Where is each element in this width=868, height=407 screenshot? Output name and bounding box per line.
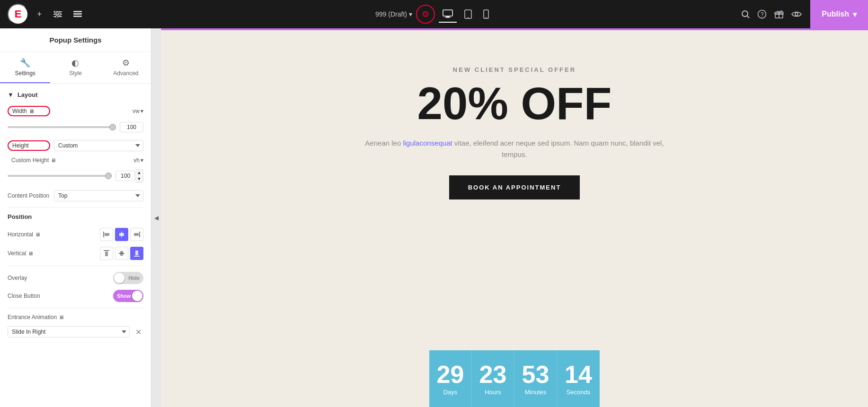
topbar-icons: ? <box>738 7 805 22</box>
width-slider[interactable] <box>8 126 116 128</box>
countdown-seconds: 14 Seconds <box>557 350 600 407</box>
countdown-seconds-label: Seconds <box>567 389 591 396</box>
svg-point-3 <box>54 11 57 13</box>
svg-rect-11 <box>445 17 451 18</box>
topbar: E + 999 (Draft) ▾ ⚙ <box>0 0 868 28</box>
add-button[interactable]: + <box>34 7 45 22</box>
offer-subtitle: NEW CLIENT SPECIAL OFFER <box>358 66 671 73</box>
height-dropdown[interactable]: Custom Auto Full Screen <box>54 140 143 151</box>
width-input[interactable] <box>120 122 143 132</box>
offer-title: 20% OFF <box>358 81 671 126</box>
horizontal-row: Horizontal 🖥 <box>8 228 143 241</box>
topbar-center: 999 (Draft) ▾ ⚙ <box>375 5 493 24</box>
svg-line-17 <box>747 16 749 18</box>
countdown-hours-number: 23 <box>479 362 507 387</box>
custom-height-unit[interactable]: vh ▾ <box>133 157 143 164</box>
countdown-minutes-label: Minutes <box>525 389 547 396</box>
svg-point-24 <box>795 13 798 16</box>
svg-rect-34 <box>120 251 123 256</box>
horizontal-right-btn[interactable] <box>130 228 143 241</box>
advanced-tab-icon: ⚙ <box>122 58 130 68</box>
eye-button[interactable] <box>788 8 805 20</box>
advanced-tab-label: Advanced <box>113 70 138 77</box>
content-position-row: Content Position Top Center Bottom <box>8 190 143 201</box>
close-toggle-group: Show <box>54 290 143 302</box>
width-monitor-icon: 🖥 <box>29 108 34 114</box>
content-position-label: Content Position <box>8 192 50 199</box>
countdown-minutes: 53 Minutes <box>514 350 557 407</box>
content-position-dropdown[interactable]: Top Center Bottom <box>54 190 143 201</box>
settings-tab-icon: 🔧 <box>20 58 30 68</box>
height-decrement-btn[interactable]: ▼ <box>135 176 143 182</box>
countdown-row: 29 Days 23 Hours 53 Minutes 14 Seconds <box>429 350 600 407</box>
style-tab-label: Style <box>69 70 82 77</box>
offer-desc-link1[interactable]: ligulaconsequat <box>403 139 452 147</box>
custom-height-input[interactable] <box>115 171 135 181</box>
content-position-right: Top Center Bottom <box>54 190 143 201</box>
mobile-device-button[interactable] <box>479 6 493 23</box>
settings-icon: ⚙ <box>422 9 429 19</box>
logo-icon: E <box>15 8 22 20</box>
height-control-row: Height Custom Auto Full Screen <box>8 140 143 151</box>
collapse-icon: ◀ <box>154 215 159 221</box>
tab-style[interactable]: ◐ Style <box>50 52 100 83</box>
width-label: Width 🖥 <box>8 106 50 116</box>
sidebar-tabs: 🔧 Settings ◐ Style ⚙ Advanced <box>0 52 151 84</box>
tab-advanced[interactable]: ⚙ Advanced <box>101 52 151 83</box>
overlay-divider <box>8 266 143 266</box>
height-increment-btn[interactable]: ▲ <box>135 170 143 176</box>
layout-title: Layout <box>18 91 38 98</box>
horizontal-center-btn[interactable] <box>115 228 128 241</box>
vertical-top-btn[interactable] <box>100 247 113 260</box>
gift-button[interactable] <box>771 7 787 21</box>
logo-button[interactable]: E <box>8 4 28 25</box>
cta-button[interactable]: BOOK AN APPOINTMENT <box>449 175 580 199</box>
custom-height-slider[interactable] <box>8 175 112 177</box>
custom-height-label: Custom Height 🖥 <box>11 157 56 164</box>
offer-description: Aenean leo ligulaconsequat vitae, eleife… <box>358 138 671 160</box>
style-tab-icon: ◐ <box>71 58 79 68</box>
overlay-toggle[interactable]: Hide <box>113 272 143 284</box>
countdown-days-label: Days <box>443 389 458 396</box>
help-button[interactable]: ? <box>754 7 770 22</box>
search-button[interactable] <box>738 7 753 21</box>
vertical-monitor-icon: 🖥 <box>28 251 33 256</box>
animation-dropdown[interactable]: Slide In Right Slide In Left Fade In Zoo… <box>8 326 130 338</box>
vertical-row: Vertical 🖥 <box>8 247 143 260</box>
vertical-center-btn[interactable] <box>115 247 128 260</box>
layout-collapse-arrow: ▼ <box>8 91 14 98</box>
position-section-header: Position <box>8 213 143 220</box>
sidebar-content: ▼ Layout Width 🖥 vw ▾ <box>0 84 151 407</box>
settings-circle-button[interactable]: ⚙ <box>416 5 435 24</box>
svg-rect-26 <box>105 233 109 236</box>
desktop-device-button[interactable] <box>439 6 457 23</box>
publish-button[interactable]: Publish ▾ <box>810 0 868 28</box>
svg-point-13 <box>468 17 469 18</box>
draft-label[interactable]: 999 (Draft) ▾ <box>375 10 412 18</box>
position-title: Position <box>8 213 32 220</box>
svg-point-15 <box>486 17 487 18</box>
horizontal-left-btn[interactable] <box>100 228 113 241</box>
countdown-hours-label: Hours <box>485 389 501 396</box>
custom-height-slider-row: ▲ ▼ <box>8 169 143 182</box>
collapse-panel[interactable]: ◀ <box>151 28 161 407</box>
overlay-toggle-knob <box>114 273 124 283</box>
vertical-bottom-btn[interactable] <box>130 247 143 260</box>
tablet-device-button[interactable] <box>461 6 476 23</box>
countdown-days-number: 29 <box>437 362 464 387</box>
svg-rect-32 <box>105 251 108 256</box>
main: Popup Settings 🔧 Settings ◐ Style ⚙ Adva… <box>0 28 868 407</box>
layers-button[interactable] <box>71 8 85 20</box>
layout-section-header[interactable]: ▼ Layout <box>8 91 143 98</box>
svg-point-5 <box>55 16 58 18</box>
width-unit-select[interactable]: vw ▾ <box>133 108 143 114</box>
animation-clear-btn[interactable]: ✕ <box>133 327 143 338</box>
horizontal-btn-group <box>54 228 143 241</box>
close-button-toggle[interactable]: Show <box>113 290 143 302</box>
topbar-left: E + <box>0 4 85 25</box>
publish-label: Publish <box>822 10 849 18</box>
height-label: Height <box>8 140 50 151</box>
tab-settings[interactable]: 🔧 Settings <box>0 52 50 83</box>
sliders-button[interactable] <box>51 8 65 20</box>
svg-rect-9 <box>443 10 452 16</box>
